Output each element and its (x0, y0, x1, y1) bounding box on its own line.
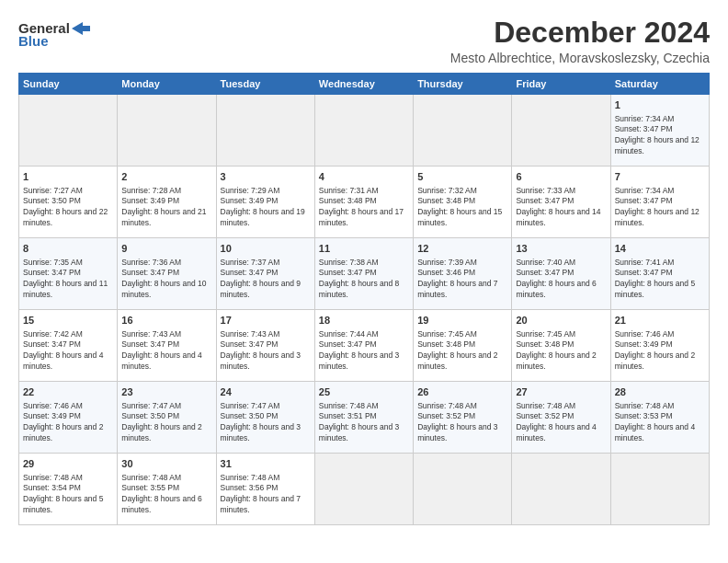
calendar-cell (610, 454, 709, 525)
day-info: Sunrise: 7:32 AMSunset: 3:48 PMDaylight:… (417, 186, 502, 228)
day-info: Sunrise: 7:48 AMSunset: 3:52 PMDaylight:… (516, 401, 596, 443)
day-number: 26 (417, 385, 507, 399)
day-info: Sunrise: 7:48 AMSunset: 3:55 PMDaylight:… (121, 473, 201, 515)
calendar-cell: 20Sunrise: 7:45 AMSunset: 3:48 PMDayligh… (512, 310, 610, 382)
day-info: Sunrise: 7:48 AMSunset: 3:54 PMDaylight:… (23, 473, 103, 515)
day-number: 27 (516, 385, 606, 399)
day-info: Sunrise: 7:34 AMSunset: 3:47 PMDaylight:… (615, 114, 700, 156)
logo: General Blue (18, 20, 90, 49)
day-number: 16 (121, 314, 211, 327)
day-number: 8 (23, 242, 113, 256)
calendar-cell: 19Sunrise: 7:45 AMSunset: 3:48 PMDayligh… (414, 310, 512, 382)
calendar-cell: 26Sunrise: 7:48 AMSunset: 3:52 PMDayligh… (414, 382, 512, 454)
day-number: 25 (319, 385, 409, 399)
day-number: 21 (615, 314, 705, 327)
day-info: Sunrise: 7:42 AMSunset: 3:47 PMDaylight:… (23, 329, 103, 372)
calendar-cell: 25Sunrise: 7:48 AMSunset: 3:51 PMDayligh… (314, 382, 413, 454)
day-info: Sunrise: 7:37 AMSunset: 3:47 PMDaylight:… (221, 258, 301, 300)
col-friday: Friday (512, 74, 610, 95)
calendar-cell: 27Sunrise: 7:48 AMSunset: 3:52 PMDayligh… (512, 382, 610, 454)
day-info: Sunrise: 7:43 AMSunset: 3:47 PMDaylight:… (221, 329, 301, 372)
calendar-cell: 7Sunrise: 7:34 AMSunset: 3:47 PMDaylight… (610, 167, 709, 238)
day-number: 24 (221, 385, 311, 399)
day-info: Sunrise: 7:48 AMSunset: 3:53 PMDaylight:… (615, 401, 695, 443)
calendar-cell (314, 95, 413, 167)
day-info: Sunrise: 7:44 AMSunset: 3:47 PMDaylight:… (319, 329, 399, 372)
calendar-cell: 18Sunrise: 7:44 AMSunset: 3:47 PMDayligh… (314, 310, 413, 382)
calendar-cell: 13Sunrise: 7:40 AMSunset: 3:47 PMDayligh… (512, 238, 610, 310)
calendar-cell: 12Sunrise: 7:39 AMSunset: 3:46 PMDayligh… (414, 238, 512, 310)
day-number: 30 (121, 457, 211, 471)
col-saturday: Saturday (610, 74, 709, 95)
day-info: Sunrise: 7:28 AMSunset: 3:49 PMDaylight:… (121, 186, 206, 228)
day-number: 13 (516, 242, 606, 256)
day-number: 28 (615, 385, 705, 399)
calendar-cell: 9Sunrise: 7:36 AMSunset: 3:47 PMDaylight… (118, 238, 216, 310)
calendar-cell (216, 95, 314, 167)
day-info: Sunrise: 7:31 AMSunset: 3:48 PMDaylight:… (319, 186, 404, 228)
day-number: 4 (319, 170, 409, 184)
day-info: Sunrise: 7:41 AMSunset: 3:47 PMDaylight:… (615, 258, 695, 300)
calendar-week-1: 1Sunrise: 7:27 AMSunset: 3:50 PMDaylight… (19, 167, 710, 238)
logo-arrow-icon (72, 22, 90, 35)
day-info: Sunrise: 7:45 AMSunset: 3:48 PMDaylight:… (516, 329, 596, 372)
calendar-cell (118, 95, 216, 167)
day-number: 14 (615, 242, 705, 256)
day-number: 23 (121, 385, 211, 399)
day-info: Sunrise: 7:27 AMSunset: 3:50 PMDaylight:… (23, 186, 108, 228)
day-number: 9 (121, 242, 211, 256)
location-subtitle: Mesto Albrechtice, Moravskoslezsky, Czec… (450, 51, 710, 65)
calendar-body: 1Sunrise: 7:34 AMSunset: 3:47 PMDaylight… (19, 95, 710, 525)
calendar-cell: 23Sunrise: 7:47 AMSunset: 3:50 PMDayligh… (118, 382, 216, 454)
day-number: 29 (23, 457, 113, 471)
calendar-cell: 14Sunrise: 7:41 AMSunset: 3:47 PMDayligh… (610, 238, 709, 310)
calendar-week-2: 8Sunrise: 7:35 AMSunset: 3:47 PMDaylight… (19, 238, 710, 310)
day-info: Sunrise: 7:36 AMSunset: 3:47 PMDaylight:… (121, 258, 206, 300)
day-number: 22 (23, 385, 113, 399)
day-number: 2 (121, 170, 211, 184)
calendar-cell: 22Sunrise: 7:46 AMSunset: 3:49 PMDayligh… (19, 382, 118, 454)
calendar-cell: 11Sunrise: 7:38 AMSunset: 3:47 PMDayligh… (314, 238, 413, 310)
day-number: 7 (615, 170, 705, 184)
calendar-cell: 30Sunrise: 7:48 AMSunset: 3:55 PMDayligh… (118, 454, 216, 525)
page: General Blue December 2024 Mesto Albrech… (0, 0, 728, 563)
day-number: 1 (615, 98, 705, 112)
calendar-cell: 21Sunrise: 7:46 AMSunset: 3:49 PMDayligh… (610, 310, 709, 382)
day-info: Sunrise: 7:48 AMSunset: 3:52 PMDaylight:… (417, 401, 497, 443)
calendar-cell: 5Sunrise: 7:32 AMSunset: 3:48 PMDaylight… (414, 167, 512, 238)
col-wednesday: Wednesday (314, 74, 413, 95)
col-monday: Monday (118, 74, 216, 95)
calendar-cell (512, 95, 610, 167)
day-info: Sunrise: 7:34 AMSunset: 3:47 PMDaylight:… (615, 186, 700, 228)
calendar-cell: 28Sunrise: 7:48 AMSunset: 3:53 PMDayligh… (610, 382, 709, 454)
calendar-cell: 1Sunrise: 7:34 AMSunset: 3:47 PMDaylight… (610, 95, 709, 167)
day-info: Sunrise: 7:48 AMSunset: 3:56 PMDaylight:… (221, 473, 301, 515)
day-number: 18 (319, 314, 409, 327)
day-info: Sunrise: 7:43 AMSunset: 3:47 PMDaylight:… (121, 329, 201, 372)
day-info: Sunrise: 7:47 AMSunset: 3:50 PMDaylight:… (221, 401, 301, 443)
calendar-cell: 16Sunrise: 7:43 AMSunset: 3:47 PMDayligh… (118, 310, 216, 382)
calendar-cell: 1Sunrise: 7:27 AMSunset: 3:50 PMDaylight… (19, 167, 118, 238)
day-number: 12 (417, 242, 507, 256)
day-info: Sunrise: 7:39 AMSunset: 3:46 PMDaylight:… (417, 258, 497, 300)
day-number: 1 (23, 170, 113, 184)
day-info: Sunrise: 7:33 AMSunset: 3:47 PMDaylight:… (516, 186, 600, 228)
day-info: Sunrise: 7:46 AMSunset: 3:49 PMDaylight:… (615, 329, 695, 372)
day-number: 15 (23, 314, 113, 327)
calendar-cell: 2Sunrise: 7:28 AMSunset: 3:49 PMDaylight… (118, 167, 216, 238)
day-number: 31 (221, 457, 311, 471)
calendar-cell (314, 454, 413, 525)
day-info: Sunrise: 7:46 AMSunset: 3:49 PMDaylight:… (23, 401, 103, 443)
title-block: December 2024 Mesto Albrechtice, Moravsk… (450, 17, 710, 65)
day-info: Sunrise: 7:40 AMSunset: 3:47 PMDaylight:… (516, 258, 596, 300)
calendar-cell (512, 454, 610, 525)
day-number: 5 (417, 170, 507, 184)
col-sunday: Sunday (19, 74, 118, 95)
calendar-cell: 8Sunrise: 7:35 AMSunset: 3:47 PMDaylight… (19, 238, 118, 310)
calendar-cell: 4Sunrise: 7:31 AMSunset: 3:48 PMDaylight… (314, 167, 413, 238)
calendar-cell: 10Sunrise: 7:37 AMSunset: 3:47 PMDayligh… (216, 238, 314, 310)
calendar-table: Sunday Monday Tuesday Wednesday Thursday… (18, 73, 710, 525)
day-info: Sunrise: 7:35 AMSunset: 3:47 PMDaylight:… (23, 258, 108, 300)
logo-blue: Blue (18, 33, 49, 49)
calendar-week-5: 29Sunrise: 7:48 AMSunset: 3:54 PMDayligh… (19, 454, 710, 525)
